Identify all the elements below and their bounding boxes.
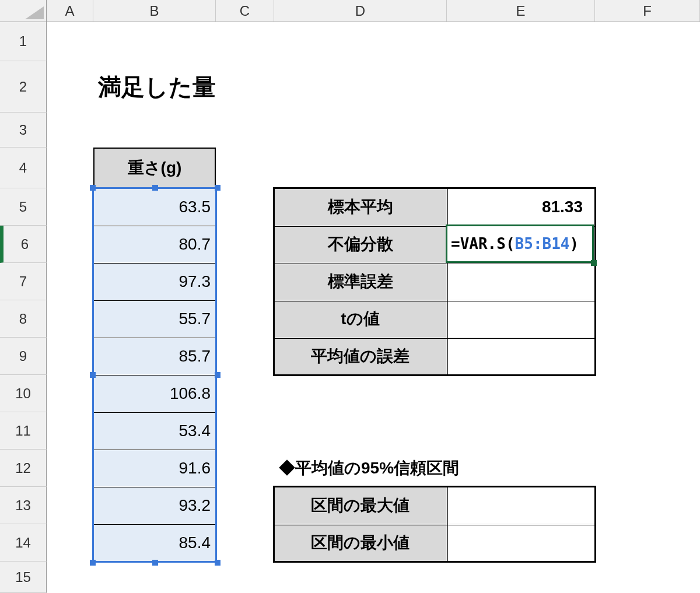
row-header-14[interactable]: 14 bbox=[0, 524, 47, 562]
data-cell-b12[interactable]: 91.6 bbox=[93, 450, 216, 487]
interval-value-min[interactable] bbox=[447, 524, 595, 562]
col-header-c[interactable]: C bbox=[216, 0, 274, 22]
stat-value-mean[interactable]: 81.33 bbox=[447, 188, 595, 226]
data-cell-b5[interactable]: 63.5 bbox=[93, 188, 216, 226]
active-cell-fill-handle[interactable] bbox=[591, 260, 597, 266]
col-header-e[interactable]: E bbox=[447, 0, 595, 22]
row-header-10[interactable]: 10 bbox=[0, 375, 47, 412]
row-header-1[interactable]: 1 bbox=[0, 22, 47, 61]
row-header-6[interactable]: 6 bbox=[0, 226, 47, 263]
select-all-triangle[interactable] bbox=[0, 0, 47, 22]
row-header-9[interactable]: 9 bbox=[0, 338, 47, 375]
row-header-3[interactable]: 3 bbox=[0, 113, 47, 148]
data-cell-b8[interactable]: 55.7 bbox=[93, 300, 216, 338]
row-header-8[interactable]: 8 bbox=[0, 300, 47, 338]
data-cell-b9[interactable]: 85.7 bbox=[93, 338, 216, 375]
row-header-11[interactable]: 11 bbox=[0, 412, 47, 450]
page-title: 満足した量 bbox=[93, 61, 327, 113]
stat-value-stderr[interactable] bbox=[447, 263, 595, 300]
data-cell-b7[interactable]: 97.3 bbox=[93, 263, 216, 300]
stat-label-tvalue[interactable]: tの値 bbox=[274, 300, 447, 338]
formula-func: VAR.S bbox=[460, 235, 506, 252]
row-header-5[interactable]: 5 bbox=[0, 188, 47, 226]
col-header-a[interactable]: A bbox=[47, 0, 93, 22]
data-column-header[interactable]: 重さ(g) bbox=[93, 148, 216, 188]
spreadsheet[interactable]: A B C D E F 1 2 3 4 5 6 7 8 9 10 11 12 1… bbox=[0, 0, 700, 593]
formula-close-paren: ) bbox=[570, 235, 579, 252]
row-header-13[interactable]: 13 bbox=[0, 487, 47, 524]
data-cell-b6[interactable]: 80.7 bbox=[93, 226, 216, 263]
interval-label-min[interactable]: 区間の最小値 bbox=[274, 524, 447, 562]
col-header-f[interactable]: F bbox=[595, 0, 700, 22]
stat-value-tvalue[interactable] bbox=[447, 300, 595, 338]
data-cell-b14[interactable]: 85.4 bbox=[93, 524, 216, 562]
row-header-7[interactable]: 7 bbox=[0, 263, 47, 300]
stat-label-mean[interactable]: 標本平均 bbox=[274, 188, 447, 226]
row-header-4[interactable]: 4 bbox=[0, 148, 47, 188]
data-cell-b13[interactable]: 93.2 bbox=[93, 487, 216, 524]
active-cell-e6[interactable]: =VAR.S(B5:B14) bbox=[446, 224, 594, 263]
section-heading-ci: ◆平均値の95%信頼区間 bbox=[274, 450, 595, 487]
row-header-2[interactable]: 2 bbox=[0, 61, 47, 113]
col-header-d[interactable]: D bbox=[274, 0, 447, 22]
stat-label-variance[interactable]: 不偏分散 bbox=[274, 226, 447, 263]
row-header-12[interactable]: 12 bbox=[0, 450, 47, 487]
interval-value-max[interactable] bbox=[447, 487, 595, 524]
data-cell-b10[interactable]: 106.8 bbox=[93, 375, 216, 412]
stat-label-meanerr[interactable]: 平均値の誤差 bbox=[274, 338, 447, 375]
interval-label-max[interactable]: 区間の最大値 bbox=[274, 487, 447, 524]
stat-label-stderr[interactable]: 標準誤差 bbox=[274, 263, 447, 300]
data-cell-b11[interactable]: 53.4 bbox=[93, 412, 216, 450]
formula-range-ref: B5:B14 bbox=[515, 235, 570, 252]
stat-value-meanerr[interactable] bbox=[447, 338, 595, 375]
col-header-b[interactable]: B bbox=[93, 0, 216, 22]
formula-open-paren: ( bbox=[506, 235, 515, 252]
row-header-15[interactable]: 15 bbox=[0, 562, 47, 593]
formula-equals: = bbox=[451, 235, 460, 252]
